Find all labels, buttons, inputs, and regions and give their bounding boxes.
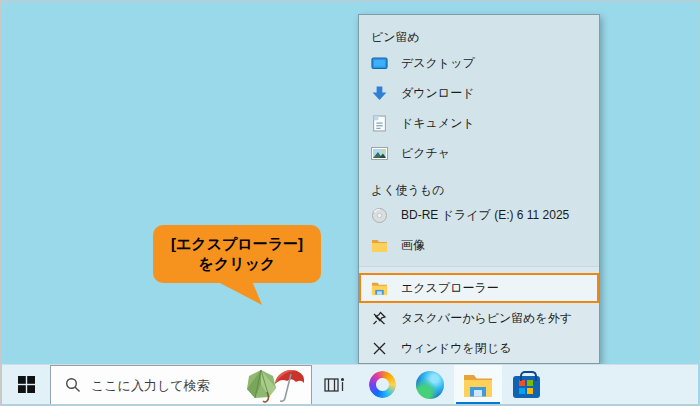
- search-icon: [65, 377, 81, 393]
- jumplist-item-desktop[interactable]: デスクトップ: [359, 48, 599, 78]
- document-icon: [371, 115, 388, 132]
- jumplist-item-label: BD-RE ドライブ (E:) 6 11 2025: [401, 207, 569, 224]
- download-icon: [371, 85, 388, 102]
- callout-bubble: [エクスプローラー] をクリック: [153, 225, 321, 283]
- edge-icon: [416, 371, 444, 399]
- jumplist-item-label: 画像: [401, 237, 425, 254]
- desktop-icon: [371, 55, 388, 72]
- jumplist-item-bdre-drive[interactable]: BD-RE ドライブ (E:) 6 11 2025: [359, 200, 599, 230]
- jumplist-item-documents[interactable]: ドキュメント: [359, 108, 599, 138]
- disc-icon: [371, 207, 388, 224]
- windows-logo-icon: [18, 376, 35, 393]
- taskbar-app-edge[interactable]: [406, 365, 454, 404]
- folder-icon: [371, 237, 388, 254]
- copilot-icon: [369, 371, 396, 398]
- jumplist-task-close[interactable]: ウィンドウを閉じる: [359, 333, 599, 363]
- jumplist-item-label: ピクチャ: [401, 145, 450, 162]
- jumplist-item-images[interactable]: 画像: [359, 230, 599, 260]
- explorer-folder-icon: [371, 280, 388, 297]
- task-view-icon: [324, 376, 346, 394]
- taskbar-app-microsoft-store[interactable]: [502, 365, 550, 404]
- taskbar-app-file-explorer[interactable]: [454, 365, 502, 404]
- jumplist-task-label: タスクバーからピン留めを外す: [401, 310, 572, 327]
- jumplist-item-label: ドキュメント: [401, 115, 475, 132]
- start-button[interactable]: [2, 365, 50, 404]
- jumplist-item-pictures[interactable]: ピクチャ: [359, 138, 599, 168]
- section-header-pinned: ピン留め: [359, 15, 599, 48]
- pictures-icon: [371, 145, 388, 162]
- search-input[interactable]: [91, 378, 221, 393]
- close-icon: [371, 340, 388, 357]
- taskbar-search-box[interactable]: [50, 365, 312, 404]
- jumplist-task-unpin[interactable]: タスクバーからピン留めを外す: [359, 303, 599, 333]
- section-header-frequent: よく使うもの: [359, 182, 599, 200]
- jumplist-task-label: エクスプローラー: [401, 280, 499, 297]
- taskbar-app-copilot[interactable]: [358, 365, 406, 404]
- jumplist-task-label: ウィンドウを閉じる: [401, 340, 511, 357]
- jumplist-task-explorer[interactable]: エクスプローラー: [359, 273, 599, 303]
- file-explorer-icon: [463, 373, 493, 397]
- jumplist-menu: ピン留め デスクトップ ダウンロード ドキュメント: [358, 14, 600, 364]
- jumplist-item-label: ダウンロード: [401, 85, 474, 102]
- search-highlight-umbrellas-icon[interactable]: [245, 366, 307, 404]
- callout-text-line2: をクリック: [199, 254, 276, 274]
- desktop: ピン留め デスクトップ ダウンロード ドキュメント: [0, 0, 700, 406]
- microsoft-store-icon: [513, 376, 540, 398]
- callout-text-line1: [エクスプローラー]: [171, 234, 303, 254]
- taskbar: [2, 364, 698, 404]
- jumplist-tasks-section: エクスプローラー タスクバーからピン留めを外す ウィンドウを閉じる: [359, 266, 599, 363]
- callout-tail: [206, 281, 276, 305]
- jumplist-upper: ピン留め デスクトップ ダウンロード ドキュメント: [359, 15, 599, 266]
- jumplist-item-downloads[interactable]: ダウンロード: [359, 78, 599, 108]
- unpin-icon: [371, 310, 388, 327]
- task-view-button[interactable]: [312, 365, 358, 404]
- jumplist-item-label: デスクトップ: [401, 55, 475, 72]
